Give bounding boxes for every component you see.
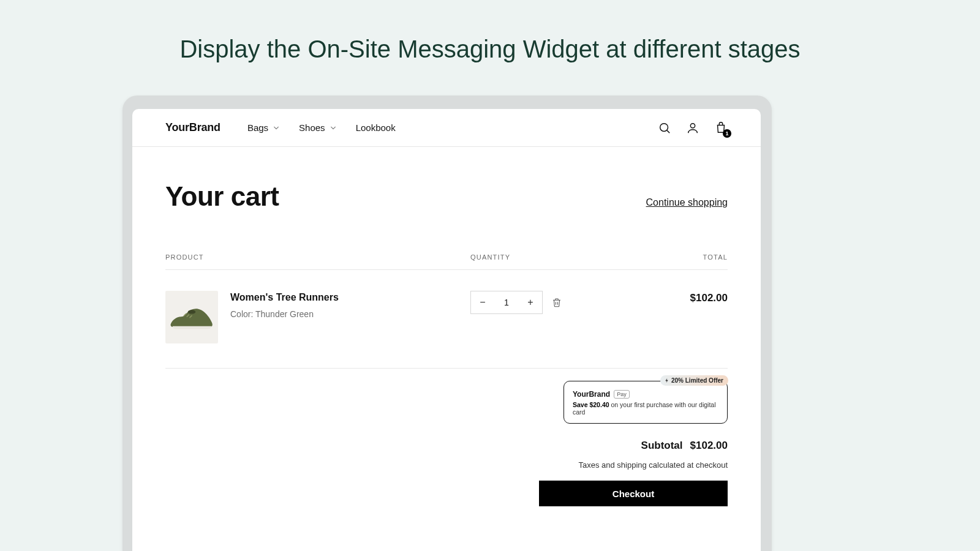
cart-table-header: PRODUCT QUANTITY TOTAL xyxy=(165,253,728,270)
nav-item-label: Shoes xyxy=(299,122,325,133)
brand-logo[interactable]: YourBrand xyxy=(165,121,221,134)
column-total: TOTAL xyxy=(617,253,728,261)
cart-summary: 20% Limited Offer YourBrand Pay Save $20… xyxy=(539,381,728,506)
search-icon[interactable] xyxy=(658,121,671,135)
cart-badge: 1 xyxy=(723,129,731,138)
bolt-icon xyxy=(664,378,669,383)
line-total: $102.00 xyxy=(617,291,728,304)
widget-brand: YourBrand xyxy=(573,390,610,399)
page-title: Your cart xyxy=(165,181,279,212)
increment-button[interactable]: + xyxy=(525,297,536,308)
chevron-down-icon xyxy=(330,125,336,131)
nav-item-bags[interactable]: Bags xyxy=(247,122,279,133)
widget-save-text: Save $20.40 on your first purchase with … xyxy=(573,401,718,416)
svg-point-0 xyxy=(660,123,668,131)
product-variant: Color: Thunder Green xyxy=(230,309,339,319)
column-quantity: QUANTITY xyxy=(470,253,617,261)
trash-icon xyxy=(551,297,562,308)
cart-line-item: Women's Tree Runners Color: Thunder Gree… xyxy=(165,270,728,369)
quantity-value: 1 xyxy=(504,298,509,307)
subtotal-label: Subtotal xyxy=(641,440,683,452)
remove-item-button[interactable] xyxy=(551,297,562,308)
cart-content: Your cart Continue shopping PRODUCT QUAN… xyxy=(132,147,761,506)
subtotal-row: Subtotal $102.00 xyxy=(539,440,728,452)
limited-offer-text: 20% Limited Offer xyxy=(671,377,723,384)
svg-point-3 xyxy=(188,310,195,313)
nav-item-shoes[interactable]: Shoes xyxy=(299,122,336,133)
nav-links: Bags Shoes Lookbook xyxy=(247,122,396,133)
nav-item-label: Bags xyxy=(247,122,268,133)
quantity-cell: − 1 + xyxy=(470,291,617,314)
product-thumbnail[interactable] xyxy=(165,291,218,343)
messaging-widget[interactable]: 20% Limited Offer YourBrand Pay Save $20… xyxy=(564,381,728,424)
cart-icon[interactable]: 1 xyxy=(714,121,728,135)
chevron-down-icon xyxy=(273,125,279,131)
nav-item-lookbook[interactable]: Lookbook xyxy=(356,122,396,133)
widget-brand-line: YourBrand Pay xyxy=(573,390,718,399)
product-meta: Women's Tree Runners Color: Thunder Gree… xyxy=(230,291,339,343)
device-frame: YourBrand Bags Shoes Lookbook xyxy=(123,96,772,551)
continue-shopping-link[interactable]: Continue shopping xyxy=(646,197,728,208)
stage-title: Display the On-Site Messaging Widget at … xyxy=(0,0,980,63)
screen: YourBrand Bags Shoes Lookbook xyxy=(132,109,761,551)
shoe-icon xyxy=(168,301,216,333)
decrement-button[interactable]: − xyxy=(477,297,488,308)
account-icon[interactable] xyxy=(686,121,699,135)
pay-chip: Pay xyxy=(614,390,630,399)
product-cell: Women's Tree Runners Color: Thunder Gree… xyxy=(165,291,470,343)
svg-point-2 xyxy=(690,123,695,127)
column-product: PRODUCT xyxy=(165,253,470,261)
quantity-stepper: − 1 + xyxy=(470,291,543,314)
limited-offer-badge: 20% Limited Offer xyxy=(660,375,728,386)
subtotal-value: $102.00 xyxy=(690,440,728,452)
product-name[interactable]: Women's Tree Runners xyxy=(230,292,339,303)
top-nav: YourBrand Bags Shoes Lookbook xyxy=(132,109,761,147)
widget-save-bold: Save $20.40 xyxy=(573,401,609,408)
svg-line-1 xyxy=(667,130,669,133)
cart-header: Your cart Continue shopping xyxy=(165,181,728,212)
tax-note: Taxes and shipping calculated at checkou… xyxy=(539,460,728,470)
nav-item-label: Lookbook xyxy=(356,122,396,133)
nav-icons: 1 xyxy=(658,121,728,135)
checkout-button[interactable]: Checkout xyxy=(539,481,728,506)
